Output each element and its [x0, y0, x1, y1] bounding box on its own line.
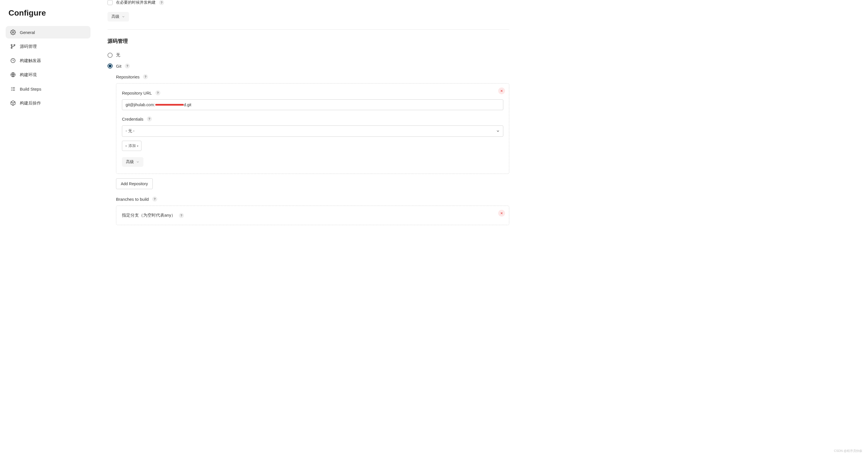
nav-item-post-build[interactable]: 构建后操作	[6, 97, 91, 109]
nav-label: 构建触发器	[20, 58, 41, 63]
nav-label: 源码管理	[20, 44, 37, 49]
nav-item-triggers[interactable]: 构建触发器	[6, 54, 91, 67]
help-icon[interactable]: ?	[159, 0, 164, 5]
nav-label: 构建后操作	[20, 101, 41, 106]
scm-none-label: 无	[116, 52, 120, 58]
help-icon[interactable]: ?	[125, 63, 130, 68]
svg-point-0	[12, 32, 14, 33]
add-repository-button[interactable]: Add Repository	[116, 178, 153, 189]
chevron-down-icon	[122, 15, 125, 19]
clock-icon	[10, 58, 16, 63]
scm-none-radio[interactable]	[107, 53, 113, 58]
scm-git-radio[interactable]	[107, 63, 113, 68]
chevron-down-icon	[136, 160, 140, 164]
scm-none-row: 无	[107, 52, 509, 58]
repository-box: Repository URL ? git@jihulab.com: d.git …	[116, 83, 509, 174]
scm-git-row: Git ?	[107, 63, 509, 68]
scm-section-title: 源码管理	[107, 38, 509, 45]
repo-url-input[interactable]: git@jihulab.com: d.git	[122, 99, 503, 110]
steps-icon	[10, 86, 16, 92]
package-icon	[10, 100, 16, 106]
git-config: Repositories ? Repository URL ? git@jihu…	[116, 74, 509, 225]
branch-icon	[10, 44, 16, 49]
advanced-button[interactable]: 高级	[107, 12, 129, 22]
credentials-select[interactable]: - 无 -	[122, 125, 503, 137]
advanced-label: 高级	[112, 14, 119, 19]
gear-icon	[10, 29, 16, 35]
credentials-group: Credentials ? - 无 - + 添加 ▾	[122, 116, 503, 151]
close-icon	[500, 89, 503, 93]
nav-label: General	[20, 30, 35, 35]
repo-url-input-wrapper: git@jihulab.com: d.git	[122, 99, 503, 110]
repo-url-label: Repository URL	[122, 91, 152, 95]
scm-git-label: Git	[116, 64, 121, 68]
repo-advanced-button[interactable]: 高级	[122, 157, 144, 167]
repositories-label: Repositories	[116, 75, 140, 79]
caret-down-icon: ▾	[137, 144, 138, 147]
main-content: 在必要的时候并发构建 ? 高级 源码管理 无 Git ? Repositorie…	[96, 0, 521, 457]
delete-branch-button[interactable]	[498, 210, 505, 217]
branch-box: 指定分支（为空时代表any） ?	[116, 205, 509, 225]
close-icon	[500, 211, 503, 215]
branch-spec-label: 指定分支（为空时代表any）	[122, 212, 176, 218]
help-icon[interactable]: ?	[143, 74, 148, 79]
branches-label: Branches to build	[116, 197, 149, 202]
help-icon[interactable]: ?	[155, 90, 160, 95]
nav-item-general[interactable]: General	[6, 26, 91, 38]
sidebar: Configure General 源码管理 构建触发器 构建环境	[0, 0, 96, 457]
credentials-label: Credentials	[122, 117, 144, 121]
concurrent-build-checkbox[interactable]	[107, 0, 113, 5]
nav-item-environment[interactable]: 构建环境	[6, 68, 91, 81]
repo-url-group: Repository URL ? git@jihulab.com: d.git	[122, 90, 503, 110]
help-icon[interactable]: ?	[152, 197, 157, 202]
branches-label-row: Branches to build ?	[116, 197, 509, 202]
concurrent-build-row: 在必要的时候并发构建 ?	[107, 0, 509, 5]
globe-icon	[10, 72, 16, 78]
delete-repository-button[interactable]	[498, 87, 505, 94]
svg-point-1	[11, 45, 12, 46]
nav-label: Build Steps	[20, 87, 41, 91]
nav-item-build-steps[interactable]: Build Steps	[6, 83, 91, 95]
redacted-segment	[155, 104, 184, 106]
svg-point-2	[11, 47, 12, 49]
svg-point-3	[14, 45, 15, 46]
add-credentials-button[interactable]: + 添加 ▾	[122, 141, 142, 151]
watermark: CSDN @程序员快叙	[834, 449, 862, 453]
nav-label: 构建环境	[20, 72, 37, 78]
help-icon[interactable]: ?	[179, 213, 184, 218]
page-title: Configure	[6, 8, 91, 18]
repositories-label-row: Repositories ?	[116, 74, 509, 79]
help-icon[interactable]: ?	[147, 116, 152, 121]
nav-item-scm[interactable]: 源码管理	[6, 40, 91, 53]
concurrent-build-label: 在必要的时候并发构建	[116, 0, 156, 5]
divider	[107, 29, 509, 30]
plus-icon: +	[125, 144, 127, 148]
